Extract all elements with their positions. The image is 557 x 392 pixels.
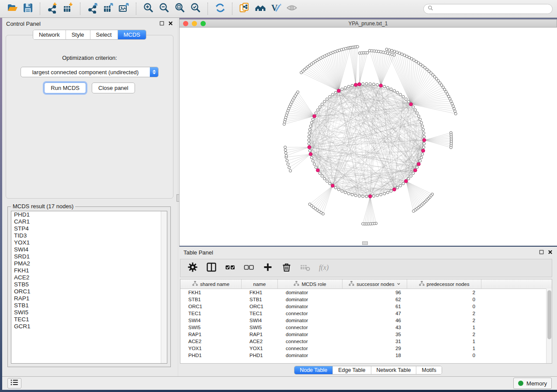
mcds-result-item[interactable]: FKH1 xyxy=(11,267,167,274)
close-window-icon[interactable] xyxy=(183,21,188,26)
zoom-selected-button[interactable] xyxy=(188,1,204,16)
mcds-result-item[interactable]: ACE2 xyxy=(11,274,167,281)
cell-predecessor-nodes: 0 xyxy=(407,304,481,309)
cell-shared-name: ACE2 xyxy=(180,339,242,344)
save-icon xyxy=(22,2,34,15)
close-panel-button[interactable]: Close panel xyxy=(92,83,135,93)
run-mcds-button[interactable]: Run MCDS xyxy=(44,83,86,93)
column-header-filler xyxy=(481,279,552,289)
mcds-list-scrollbar[interactable] xyxy=(161,211,167,363)
close-panel-icon[interactable] xyxy=(168,21,173,27)
plus-button[interactable] xyxy=(262,262,274,274)
close-table-panel-icon[interactable] xyxy=(548,249,553,256)
criterion-dropdown[interactable]: largest connected component (undirected) xyxy=(21,67,159,77)
cell-shared-name: TEC1 xyxy=(180,311,242,316)
refresh-button[interactable] xyxy=(212,1,228,16)
mcds-result-item[interactable]: YOX1 xyxy=(11,239,167,246)
cell-successor-nodes: 47 xyxy=(343,311,407,316)
cell-successor-nodes: 35 xyxy=(343,332,407,337)
column-header-mcds-role[interactable]: MCDS role xyxy=(278,279,343,289)
control-panel-title: Control Panel xyxy=(6,21,41,27)
zoom-out-button[interactable] xyxy=(156,1,172,16)
table-scrollbar[interactable] xyxy=(546,289,552,363)
mcds-result-item[interactable]: TEC1 xyxy=(11,316,167,323)
zoom-out-icon xyxy=(159,2,170,15)
column-header-name[interactable]: name xyxy=(242,279,278,289)
table-row[interactable]: SWI5SWI5connector431 xyxy=(180,324,552,331)
cell-mcds-role: connector xyxy=(278,339,343,344)
network-window-titlebar[interactable]: YPA_prune.txt_1 xyxy=(179,19,557,28)
mcds-result-item[interactable]: CAR1 xyxy=(11,218,167,225)
mcds-result-item[interactable]: SWI4 xyxy=(11,246,167,253)
import-network-button[interactable] xyxy=(45,1,60,16)
export-network-button[interactable] xyxy=(85,1,100,16)
network-canvas[interactable] xyxy=(179,28,557,246)
mcds-result-item[interactable]: PHD1 xyxy=(11,211,167,218)
tab-mcds[interactable]: MCDS xyxy=(118,30,146,39)
float-table-panel-icon[interactable] xyxy=(539,249,544,256)
column-header-successor-nodes[interactable]: successor nodes xyxy=(343,279,407,289)
memory-button[interactable]: Memory xyxy=(513,378,552,389)
network-graph[interactable] xyxy=(180,28,557,245)
import-table-button[interactable] xyxy=(60,1,76,16)
tab-node-table[interactable]: Node Table xyxy=(294,366,332,374)
column-header-shared-name[interactable]: shared name xyxy=(180,279,242,289)
mcds-result-item[interactable]: TID3 xyxy=(11,232,167,239)
task-history-button[interactable] xyxy=(7,378,21,389)
tab-select[interactable]: Select xyxy=(90,30,118,39)
table-row[interactable]: STB1STB1dominator620 xyxy=(180,296,552,303)
export-image-button[interactable] xyxy=(116,1,132,16)
tab-edge-table[interactable]: Edge Table xyxy=(332,366,370,374)
mcds-result-item[interactable]: RAP1 xyxy=(11,295,167,302)
search-input[interactable] xyxy=(436,5,548,12)
tab-network[interactable]: Network xyxy=(33,30,66,39)
mcds-result-item[interactable]: STB5 xyxy=(11,281,167,288)
style-vizmap-button[interactable]: V xyxy=(268,1,284,16)
table-row[interactable]: PHD1PHD1dominator180 xyxy=(180,352,552,359)
save-button[interactable] xyxy=(20,1,36,16)
float-panel-icon[interactable] xyxy=(159,21,164,27)
eye-button[interactable] xyxy=(284,1,300,16)
mcds-result-item[interactable]: ORC1 xyxy=(11,288,167,295)
table-row[interactable]: SWI4SWI4dominator462 xyxy=(180,317,552,324)
table-row[interactable]: YOX1YOX1connector291 xyxy=(180,345,552,352)
minimize-window-icon[interactable] xyxy=(192,21,197,26)
mcds-result-item[interactable]: SWI5 xyxy=(11,309,167,316)
gear-button[interactable] xyxy=(187,262,199,274)
check-pair-button[interactable] xyxy=(224,262,236,274)
tab-style[interactable]: Style xyxy=(66,30,90,39)
table-row[interactable]: TEC1TEC1connector472 xyxy=(180,310,552,317)
cell-shared-name: SWI4 xyxy=(180,318,242,323)
sort-chevron-icon[interactable] xyxy=(397,282,401,287)
open-session-share-button[interactable] xyxy=(237,1,253,16)
table-row[interactable]: FKH1FKH1dominator962 xyxy=(180,289,552,296)
mcds-result-item[interactable]: PMA2 xyxy=(11,260,167,267)
table-scrollbar-thumb[interactable] xyxy=(547,290,551,339)
mcds-result-list[interactable]: PHD1CAR1STP4TID3YOX1SWI4SRD1PMA2FKH1ACE2… xyxy=(11,211,167,364)
mcds-result-item[interactable]: GCR1 xyxy=(11,323,167,330)
open-folder-button[interactable] xyxy=(4,1,20,16)
uncheck-pair-button[interactable] xyxy=(243,262,255,274)
trash-button[interactable] xyxy=(280,262,293,274)
table-tabs: Node TableEdge TableNetwork TableMotifs xyxy=(294,366,442,375)
maximize-window-icon[interactable] xyxy=(201,21,206,26)
horizontal-splitter-handle[interactable] xyxy=(362,241,368,245)
mcds-result-item[interactable]: STB1 xyxy=(11,302,167,309)
mcds-result-item[interactable]: SRD1 xyxy=(11,253,167,260)
export-table-button[interactable] xyxy=(100,1,116,16)
table-row[interactable]: RAP1RAP1dominator352 xyxy=(180,331,552,338)
column-header-predecessor-nodes[interactable]: predecessor nodes xyxy=(407,279,481,289)
columns-button[interactable] xyxy=(205,262,218,274)
home-button[interactable] xyxy=(253,1,268,16)
cell-predecessor-nodes: 2 xyxy=(407,311,481,316)
home-icon xyxy=(255,2,266,15)
zoom-fit-button[interactable] xyxy=(172,1,188,16)
tab-motifs[interactable]: Motifs xyxy=(416,366,441,374)
table-row[interactable]: ACE2ACE2connector311 xyxy=(180,338,552,345)
zoom-in-button[interactable] xyxy=(141,1,156,16)
search-box[interactable] xyxy=(423,4,553,14)
mcds-result-item[interactable]: STP4 xyxy=(11,225,167,232)
table-row[interactable]: ORC1ORC1dominator610 xyxy=(180,303,552,310)
tab-network-table[interactable]: Network Table xyxy=(371,366,416,374)
table-header-row: shared namenameMCDS rolesuccessor nodesp… xyxy=(180,279,552,289)
